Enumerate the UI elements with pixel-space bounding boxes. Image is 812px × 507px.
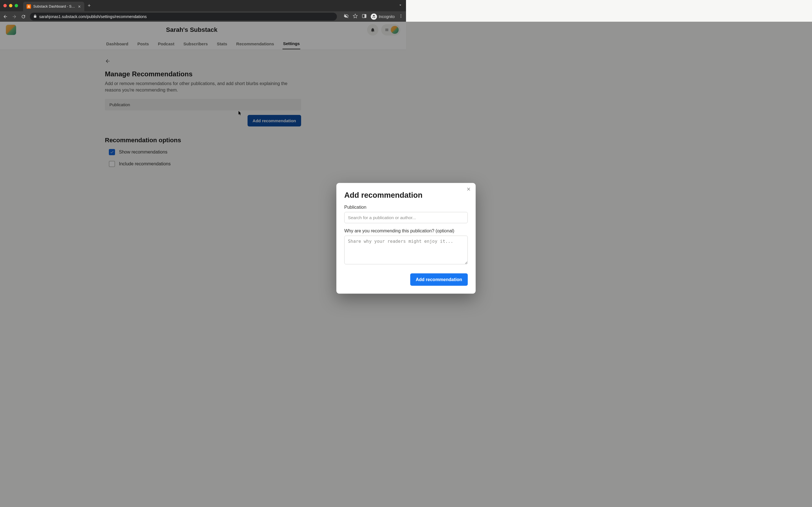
incognito-label: Incognito [378,14,395,19]
kebab-menu-icon[interactable] [399,14,403,19]
window-title-bar: Substack Dashboard - Sarah's ✕ + [0,0,406,11]
forward-icon[interactable] [12,14,17,19]
window-controls [3,4,18,7]
svg-point-4 [401,17,401,17]
substack-favicon-icon [27,4,31,9]
lock-icon [33,14,37,19]
back-icon[interactable] [3,14,8,19]
reason-textarea[interactable] [344,236,406,254]
browser-tab[interactable]: Substack Dashboard - Sarah's ✕ [23,2,84,11]
window-close-icon[interactable] [3,4,7,7]
svg-point-3 [401,16,401,16]
browser-tab-title: Substack Dashboard - Sarah's [33,4,75,8]
panel-icon[interactable] [362,13,367,19]
toolbar-right: Incognito [344,13,403,20]
browser-toolbar: sarahjonas1.substack.com/publish/setting… [0,11,406,22]
svg-rect-1 [364,14,366,18]
tab-close-icon[interactable]: ✕ [78,4,81,9]
reason-field-label: Why are you recommending this publicatio… [344,228,406,233]
svg-point-2 [401,14,401,15]
incognito-icon [371,13,377,20]
new-tab-button[interactable]: + [88,3,91,9]
eye-off-icon[interactable] [344,13,349,19]
incognito-badge[interactable]: Incognito [371,13,395,20]
window-minimize-icon[interactable] [9,4,12,7]
reload-icon[interactable] [21,14,26,19]
address-bar-url: sarahjonas1.substack.com/publish/setting… [39,14,147,19]
browser-chrome: Substack Dashboard - Sarah's ✕ + sarahjo… [0,0,406,22]
publication-search-input[interactable] [344,212,406,223]
address-bar[interactable]: sarahjonas1.substack.com/publish/setting… [30,13,337,20]
add-recommendation-modal: Add recommendation Publication Why are y… [336,183,406,254]
publication-field-label: Publication [344,205,406,210]
window-zoom-icon[interactable] [15,4,18,7]
star-icon[interactable] [353,13,358,19]
tabs-overflow-icon[interactable] [398,3,403,8]
modal-title: Add recommendation [344,191,406,200]
